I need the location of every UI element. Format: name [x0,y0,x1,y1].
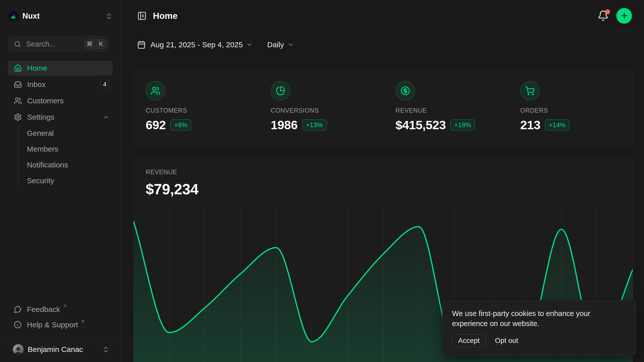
submenu-item-label: Notifications [27,161,68,169]
submenu-item-label: Security [27,176,54,185]
filters-toolbar: Aug 21, 2025 - Sep 4, 2025 Daily [121,32,644,58]
calendar-icon [137,40,146,49]
sidebar: Nuxt Search... ⌘ K Home [0,0,121,362]
pie-chart-icon [271,81,290,101]
chevron-down-icon [287,41,294,48]
chart-current-value: $79,234 [146,181,633,198]
stat-value: 213 [520,118,540,132]
sidebar-item-label: Settings [27,113,97,121]
stat-revenue: REVENUE $415,523 +18% [383,69,508,146]
sidebar-item-notifications[interactable]: Notifications [8,157,113,173]
external-link-icon [80,319,85,324]
stat-label: ORDERS [520,107,633,114]
home-icon [14,64,22,72]
stat-label: CONVERSIONS [271,107,383,114]
help-support-link[interactable]: Help & Support [8,317,113,332]
sidebar-item-label: Inbox [27,80,95,89]
sidebar-item-inbox[interactable]: Inbox 4 [8,77,113,92]
feedback-link[interactable]: Feedback [8,302,113,317]
stat-value: $415,523 [395,118,446,132]
stat-orders: ORDERS 213 +14% [508,69,633,146]
dollar-circle-icon [395,81,415,101]
chat-bubble-icon [14,305,22,313]
stat-delta-badge: +18% [450,119,475,130]
chevrons-up-down-icon [105,13,113,20]
user-menu[interactable]: Benjamin Canac [8,341,113,358]
search-input[interactable]: Search... ⌘ K [8,36,109,52]
sidebar-item-label: Home [27,64,109,72]
sidebar-item-general[interactable]: General [8,125,113,141]
cookie-message: We use first-party cookies to enhance yo… [452,308,627,329]
inbox-icon [14,80,22,88]
page-header: Home [121,0,644,32]
accept-button[interactable]: Accept [452,334,486,347]
sidebar-divider [0,337,121,338]
cart-icon [520,81,540,101]
stat-conversions: CONVERSIONS 1986 +13% [258,69,383,146]
stats-row: CUSTOMERS 692 +6% CONVERSIONS 1986 +13% [133,69,633,146]
stat-label: REVENUE [395,107,508,114]
period-select[interactable]: Daily [267,40,294,49]
kbd-meta-key: ⌘ [84,39,95,49]
chart-title: REVENUE [146,168,633,176]
footer-item-label: Feedback [27,305,60,314]
cookie-banner: We use first-party cookies to enhance yo… [442,300,636,356]
sidebar-item-label: Customers [27,97,109,105]
stat-value: 692 [146,118,166,132]
stat-delta-badge: +6% [170,119,191,130]
settings-submenu: General Members Notifications Security [8,125,113,189]
opt-out-button[interactable]: Opt out [495,337,518,345]
date-range-value: Aug 21, 2025 - Sep 4, 2025 [150,40,243,49]
sidebar-item-security[interactable]: Security [8,173,113,189]
users-icon [146,81,165,101]
user-name: Benjamin Canac [28,345,98,354]
submenu-guide-line [18,127,19,189]
info-circle-icon [14,321,22,329]
period-value: Daily [267,40,284,49]
gear-icon [14,113,22,121]
sidebar-item-customers[interactable]: Customers [8,93,113,108]
plus-icon [620,12,628,20]
team-selector[interactable]: Nuxt [8,10,113,23]
add-button[interactable] [616,8,632,24]
sidebar-item-settings[interactable]: Settings [8,110,113,125]
sidebar-item-home[interactable]: Home [8,61,113,76]
inbox-count-badge: 4 [100,80,109,89]
page-title: Home [153,11,597,21]
footer-item-label: Help & Support [27,321,78,329]
date-range-picker[interactable]: Aug 21, 2025 - Sep 4, 2025 [137,40,253,49]
collapse-sidebar-button[interactable] [137,11,147,21]
submenu-item-label: General [27,129,54,138]
chevrons-up-down-icon [102,346,109,353]
main-content: Home Aug 21, 2025 - Sep 4, 2025 Daily [121,0,644,362]
stat-label: CUSTOMERS [146,107,258,114]
search-placeholder: Search... [26,40,83,48]
stat-delta-badge: +14% [545,119,569,130]
avatar [13,344,24,355]
notifications-button[interactable] [597,10,609,21]
users-icon [14,97,22,105]
stat-customers: CUSTOMERS 692 +6% [134,69,258,146]
search-icon [14,41,21,48]
stat-delta-badge: +13% [302,119,327,130]
stat-value: 1986 [271,118,298,132]
kbd-k-key: K [96,39,106,49]
external-link-icon [62,304,67,308]
sidebar-item-members[interactable]: Members [8,141,113,157]
chevron-down-icon [246,41,253,48]
sidebar-nav: Home Inbox 4 Customers Settings [8,61,113,125]
brand-name: Nuxt [22,12,105,21]
submenu-item-label: Members [27,145,58,153]
nuxt-logo-icon [8,11,19,22]
sidebar-footer: Feedback Help & Support [8,302,113,332]
chevron-up-icon [103,114,109,121]
notification-dot [605,9,610,14]
